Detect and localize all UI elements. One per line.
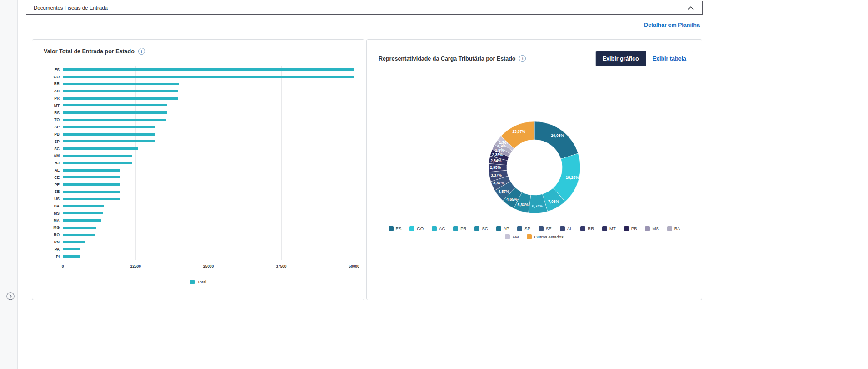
- bar-category-label: SE: [44, 189, 63, 194]
- legend-label: MS: [652, 226, 658, 231]
- bar-category-label: AL: [44, 168, 63, 172]
- bar-CE[interactable]: [63, 176, 120, 178]
- bar-track: [63, 76, 354, 78]
- donut-slice-ES[interactable]: [534, 121, 578, 159]
- bar-SC[interactable]: [63, 147, 138, 150]
- show-chart-button[interactable]: Exibir gráfico: [596, 51, 646, 66]
- bar-RS[interactable]: [63, 111, 167, 114]
- bar-track: [63, 83, 354, 85]
- bar-category-label: MG: [44, 225, 63, 230]
- info-icon[interactable]: [519, 55, 526, 62]
- legend-item-PR[interactable]: PR: [453, 226, 466, 231]
- legend-item-AP[interactable]: AP: [496, 226, 509, 231]
- bar-SE[interactable]: [63, 191, 120, 193]
- legend-label: BA: [674, 226, 680, 231]
- bar-GO[interactable]: [63, 76, 354, 78]
- bar-row: SP: [44, 138, 354, 145]
- bar-ES[interactable]: [63, 68, 354, 71]
- bar-row: AC: [44, 87, 354, 95]
- bar-PI[interactable]: [63, 255, 80, 258]
- legend-swatch: [527, 234, 532, 239]
- bar-row: CE: [44, 174, 354, 181]
- bar-PA[interactable]: [63, 248, 80, 250]
- info-icon[interactable]: [138, 48, 145, 55]
- legend-item-AM[interactable]: AM: [505, 234, 519, 239]
- bar-category-label: RO: [44, 233, 63, 237]
- bar-track: [63, 234, 354, 236]
- legend-item-MT[interactable]: MT: [602, 226, 616, 231]
- bar-TO[interactable]: [63, 119, 166, 121]
- donut-card-title: Representatividade da Carga Tributária p…: [379, 56, 515, 62]
- bar-row: AM: [44, 152, 354, 160]
- panel-header[interactable]: Documentos Fiscais de Entrada: [26, 1, 703, 15]
- legend-item-ES[interactable]: ES: [389, 226, 402, 231]
- bar-category-label: RJ: [44, 161, 63, 165]
- legend-item-GO[interactable]: GO: [409, 226, 424, 231]
- slice-percent-label: 13,07%: [512, 129, 525, 134]
- legend-swatch: [505, 234, 510, 239]
- bar-MG[interactable]: [63, 227, 96, 229]
- bar-PB[interactable]: [63, 133, 155, 136]
- bar-track: [63, 198, 354, 200]
- bar-category-label: PR: [44, 96, 63, 101]
- bar-track: [63, 111, 354, 114]
- legend-label: SP: [524, 226, 530, 231]
- legend-item-SC[interactable]: SC: [474, 226, 488, 231]
- legend-label: SE: [546, 226, 552, 231]
- sidebar-expand-button[interactable]: [6, 292, 15, 301]
- bar-AC[interactable]: [63, 90, 178, 92]
- legend-item-Outros estados[interactable]: Outros estados: [527, 234, 563, 239]
- gridline: [354, 66, 354, 260]
- bar-SP[interactable]: [63, 140, 155, 142]
- bar-US[interactable]: [63, 198, 120, 200]
- bar-track: [63, 162, 354, 164]
- bar-MT[interactable]: [63, 104, 167, 106]
- bar-AM[interactable]: [63, 155, 132, 157]
- legend-item-AL[interactable]: AL: [560, 226, 573, 231]
- bar-row: SC: [44, 145, 354, 152]
- show-table-button[interactable]: Exibir tabela: [646, 51, 693, 66]
- bar-PE[interactable]: [63, 183, 120, 186]
- legend-item-PB[interactable]: PB: [624, 226, 637, 231]
- bar-AL[interactable]: [63, 169, 120, 172]
- bar-row: MS: [44, 210, 354, 217]
- legend-label: ES: [396, 226, 402, 231]
- legend-item-SP[interactable]: SP: [517, 226, 530, 231]
- bar-chart-legend[interactable]: Total: [32, 279, 364, 284]
- legend-label: Outros estados: [534, 234, 563, 239]
- bar-category-label: CE: [44, 175, 63, 180]
- legend-item-RR[interactable]: RR: [580, 226, 594, 231]
- slice-percent-label: 6,74%: [532, 204, 544, 208]
- bar-RN[interactable]: [63, 241, 85, 243]
- bar-row: PA: [44, 246, 354, 253]
- donut-chart: 20,03%18,28%7,06%6,74%5,33%4,65%4,57%3,3…: [486, 119, 583, 216]
- legend-swatch: [645, 226, 650, 231]
- legend-item-BA[interactable]: BA: [667, 226, 680, 231]
- slice-percent-label: 2,64%: [490, 158, 502, 163]
- detail-in-spreadsheet-link[interactable]: Detalhar em Planilha: [644, 22, 700, 28]
- legend-item-AC[interactable]: AC: [432, 226, 445, 231]
- slice-percent-label: 5,33%: [517, 202, 529, 207]
- bar-AP[interactable]: [63, 126, 155, 128]
- bar-MS[interactable]: [63, 212, 103, 214]
- legend-item-SE[interactable]: SE: [539, 226, 552, 231]
- bar-RR[interactable]: [63, 83, 179, 85]
- bar-category-label: RN: [44, 240, 63, 244]
- bar-chart-rows: ESGORRACPRMTRSTOAPPBSPSCAMRJALCEPESEUSBA…: [44, 66, 354, 260]
- bar-PR[interactable]: [63, 97, 178, 100]
- legend-label: PB: [631, 226, 637, 231]
- slice-percent-label: 3,37%: [491, 173, 502, 177]
- bar-category-label: MT: [44, 103, 63, 108]
- bar-MA[interactable]: [63, 219, 101, 222]
- chevron-up-icon: [688, 6, 694, 10]
- bar-RJ[interactable]: [63, 162, 132, 164]
- donut-legend-row-1: ESGOACPRSCAPSPSEALRRMTPBMSBA: [367, 226, 702, 231]
- bar-BA[interactable]: [63, 205, 104, 207]
- bar-track: [63, 155, 354, 157]
- legend-swatch: [409, 226, 414, 231]
- bar-track: [63, 147, 354, 150]
- bar-row: GO: [44, 73, 354, 81]
- collapse-button[interactable]: [687, 5, 695, 11]
- bar-RO[interactable]: [63, 234, 95, 236]
- legend-item-MS[interactable]: MS: [645, 226, 658, 231]
